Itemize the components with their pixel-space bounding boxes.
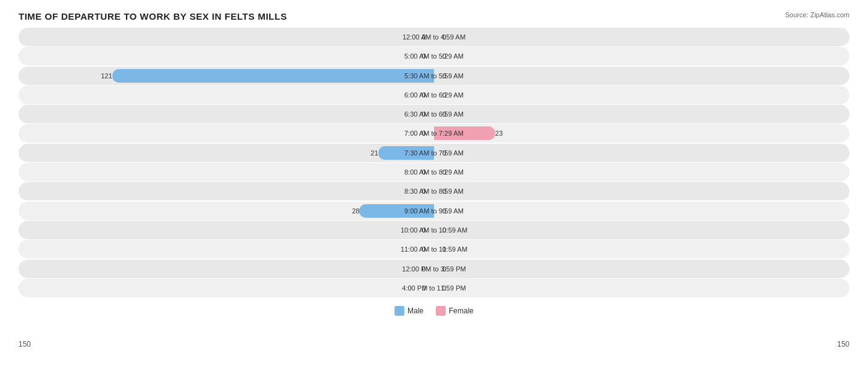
val-male: 0 (422, 91, 425, 99)
legend-male: Male (394, 306, 424, 316)
chart-row: 11:00 AM to 11:59 AM00 (19, 240, 849, 258)
chart-area: 12:00 AM to 4:59 AM005:00 AM to 5:29 AM0… (19, 28, 849, 316)
row-content: 12:00 AM to 4:59 AM00 (19, 28, 849, 46)
chart-row: 7:00 AM to 7:29 AM023 (19, 124, 849, 142)
row-content: 4:00 PM to 11:59 PM00 (19, 279, 849, 297)
val-female: 0 (442, 168, 446, 176)
legend-male-label: Male (407, 307, 424, 315)
val-female: 23 (495, 130, 503, 137)
row-time-label: 8:00 AM to 8:29 AM (401, 167, 467, 177)
row-time-label: 7:00 AM to 7:29 AM (401, 128, 467, 138)
val-female: 0 (442, 226, 446, 234)
row-content: 12:00 PM to 3:59 PM00 (19, 260, 849, 278)
row-content: 7:30 AM to 7:59 AM210 (19, 144, 849, 162)
row-content: 10:00 AM to 10:59 AM00 (19, 221, 849, 239)
val-female: 0 (442, 188, 446, 195)
row-time-label: 6:00 AM to 6:29 AM (401, 90, 467, 100)
val-female: 0 (442, 245, 446, 253)
axis-left: 150 (19, 340, 31, 348)
chart-row: 6:30 AM to 6:59 AM00 (19, 105, 849, 123)
row-time-label: 10:00 AM to 10:59 AM (397, 225, 471, 235)
chart-row: 5:30 AM to 5:59 AM1210 (19, 67, 849, 85)
chart-row: 12:00 AM to 4:59 AM00 (19, 28, 849, 46)
chart-row: 9:00 AM to 9:59 AM280 (19, 202, 849, 220)
bar-male (112, 69, 434, 83)
chart-row: 6:00 AM to 6:29 AM00 (19, 86, 849, 104)
row-content: 9:00 AM to 9:59 AM280 (19, 202, 849, 220)
chart-row: 8:00 AM to 8:29 AM00 (19, 163, 849, 181)
row-content: 6:00 AM to 6:29 AM00 (19, 86, 849, 104)
chart-row: 8:30 AM to 8:59 AM00 (19, 182, 849, 200)
axis-right: 150 (837, 340, 849, 348)
val-male: 0 (422, 33, 425, 41)
val-female: 0 (442, 149, 446, 157)
val-male: 0 (422, 245, 425, 253)
row-time-label: 11:00 AM to 11:59 AM (397, 244, 471, 254)
row-time-label: 5:00 AM to 5:29 AM (401, 51, 467, 61)
row-content: 8:30 AM to 8:59 AM00 (19, 182, 849, 200)
chart-container: TIME OF DEPARTURE TO WORK BY SEX IN FELT… (0, 0, 868, 367)
val-male: 0 (422, 110, 425, 118)
val-female: 0 (442, 265, 446, 273)
val-male: 0 (422, 168, 425, 176)
row-time-label: 5:30 AM to 5:59 AM (401, 71, 467, 81)
val-female: 0 (442, 284, 446, 292)
row-content: 8:00 AM to 8:29 AM00 (19, 163, 849, 181)
val-male: 0 (422, 188, 425, 195)
val-male: 0 (422, 52, 425, 60)
row-time-label: 12:00 PM to 3:59 PM (398, 264, 469, 274)
val-male: 21 (370, 149, 378, 157)
chart-row: 12:00 PM to 3:59 PM00 (19, 260, 849, 278)
val-female: 0 (442, 207, 446, 215)
chart-row: 10:00 AM to 10:59 AM00 (19, 221, 849, 239)
row-time-label: 4:00 PM to 11:59 PM (398, 283, 469, 293)
row-time-label: 7:30 AM to 7:59 AM (401, 148, 467, 158)
legend-male-box (394, 306, 404, 316)
row-time-label: 12:00 AM to 4:59 AM (399, 32, 469, 42)
val-male: 0 (422, 226, 425, 234)
chart-row: 5:00 AM to 5:29 AM00 (19, 47, 849, 65)
source-label: Source: ZipAtlas.com (785, 11, 849, 19)
row-content: 6:30 AM to 6:59 AM00 (19, 105, 849, 123)
val-male: 28 (352, 207, 359, 215)
row-content: 7:00 AM to 7:29 AM023 (19, 124, 849, 142)
legend-female-box (436, 306, 446, 316)
chart-title: TIME OF DEPARTURE TO WORK BY SEX IN FELT… (19, 11, 849, 22)
val-female: 0 (442, 91, 446, 99)
row-time-label: 8:30 AM to 8:59 AM (401, 186, 467, 196)
val-male: 0 (422, 265, 425, 273)
val-female: 0 (442, 110, 446, 118)
row-content: 5:00 AM to 5:29 AM00 (19, 47, 849, 65)
legend-female: Female (436, 306, 474, 316)
legend: Male Female (394, 306, 474, 316)
row-time-label: 6:30 AM to 6:59 AM (401, 109, 467, 119)
val-female: 0 (442, 72, 446, 80)
row-content: 5:30 AM to 5:59 AM1210 (19, 67, 849, 85)
val-female: 0 (442, 33, 446, 41)
legend-female-label: Female (449, 307, 474, 315)
rows-container: 12:00 AM to 4:59 AM005:00 AM to 5:29 AM0… (19, 28, 849, 297)
val-male: 0 (422, 130, 425, 137)
chart-row: 7:30 AM to 7:59 AM210 (19, 144, 849, 162)
val-female: 0 (442, 52, 446, 60)
val-male: 121 (101, 72, 112, 80)
row-content: 11:00 AM to 11:59 AM00 (19, 240, 849, 258)
val-male: 0 (422, 284, 425, 292)
row-time-label: 9:00 AM to 9:59 AM (401, 206, 467, 216)
chart-row: 4:00 PM to 11:59 PM00 (19, 279, 849, 297)
